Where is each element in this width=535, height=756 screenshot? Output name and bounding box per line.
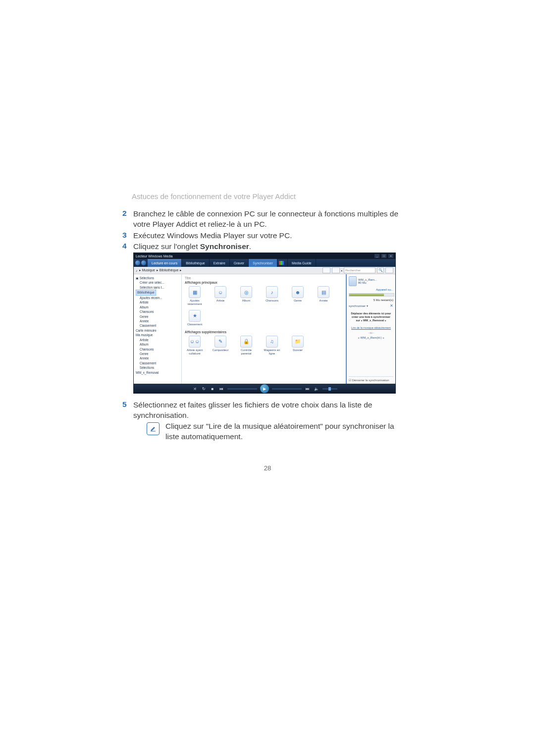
person-icon: ☺ bbox=[214, 286, 226, 298]
random-music-link[interactable]: Lire de la musique aléatoirement bbox=[349, 326, 393, 329]
tree-artist[interactable]: Artiste bbox=[136, 300, 179, 304]
tree-library[interactable]: Bibliothèque bbox=[136, 290, 179, 295]
step-number: 4 bbox=[122, 242, 133, 251]
flag-icon bbox=[279, 261, 284, 265]
stop-button[interactable]: ■ bbox=[210, 386, 215, 392]
tree-year[interactable]: Année bbox=[136, 319, 179, 323]
view-composer[interactable]: ✎Compositeur bbox=[211, 336, 230, 355]
tree-my-music[interactable]: Ma musique bbox=[136, 333, 179, 337]
mask-icon: ☻ bbox=[292, 286, 304, 298]
tree-create-playlist[interactable]: Créer une sélec... bbox=[136, 280, 179, 285]
view-parental[interactable]: 🔒Contrôle parental bbox=[236, 336, 256, 355]
tab-media-guide[interactable]: Media Guide bbox=[288, 259, 316, 267]
wmp-sync-pane: WM_x_Rem... 80 Mo Appareil su... 5 Mo re… bbox=[346, 274, 395, 384]
wmp-tree: ▣ Sélections Créer une sélec... Sélectio… bbox=[134, 274, 182, 384]
close-icon[interactable]: ✕ bbox=[390, 303, 393, 308]
view-stores[interactable]: ♫Magasins en ligne bbox=[262, 336, 282, 355]
wmp-titlebar[interactable]: Lecteur Windows Media _ □ × bbox=[134, 253, 395, 259]
view-songs[interactable]: ♪Chansons bbox=[262, 286, 282, 306]
alt-device: « WM_x_Rem(H:) » bbox=[349, 336, 393, 339]
view-artist[interactable]: ☺Artiste bbox=[211, 286, 230, 306]
step-text: Cliquez sur l'onglet Synchroniser. bbox=[133, 242, 251, 252]
nav-back-forward[interactable] bbox=[134, 259, 148, 267]
pencil-note-icon bbox=[150, 425, 157, 432]
close-button[interactable]: × bbox=[388, 254, 393, 258]
shuffle-button[interactable]: ⤨ bbox=[192, 386, 198, 392]
minimize-button[interactable]: _ bbox=[374, 254, 379, 258]
tree-recent[interactable]: Ajoutés récem... bbox=[136, 296, 179, 300]
page-number: 28 bbox=[0, 464, 535, 472]
tree-genre[interactable]: Genre bbox=[136, 314, 179, 319]
step-number: 5 bbox=[122, 400, 133, 409]
tree-wm-removal[interactable]: WM_x_Removal bbox=[136, 370, 179, 375]
search-input[interactable]: Rechercher bbox=[344, 267, 375, 273]
view-button-2[interactable] bbox=[332, 267, 340, 273]
tab-now-playing[interactable]: Lecture en cours bbox=[148, 259, 182, 267]
next-device-link[interactable]: Appareil su... bbox=[349, 288, 393, 291]
music-store-icon: ♫ bbox=[266, 336, 278, 348]
tree-memory-card[interactable]: Carte mémoire bbox=[136, 328, 179, 333]
start-sync-button[interactable]: ☑ Démarrer la synchronisation bbox=[349, 376, 393, 382]
view-recent[interactable]: ▦Ajoutés récemment bbox=[185, 286, 205, 306]
view-button-1[interactable] bbox=[322, 267, 330, 273]
or-divider: - ou - bbox=[349, 331, 393, 334]
view-year[interactable]: ▤Année bbox=[314, 286, 333, 306]
step-5: 5 Sélectionnez et faites glisser les fic… bbox=[122, 400, 410, 421]
tree-songs[interactable]: Chansons bbox=[136, 309, 179, 314]
wmp-player-controls: ⤨ ↻ ■ ⏮ ▶ ⏭ 🔈 bbox=[134, 384, 395, 394]
tab-flag[interactable] bbox=[277, 259, 288, 267]
step4-part-a: Cliquez sur l'onglet bbox=[133, 242, 200, 251]
repeat-button[interactable]: ↻ bbox=[201, 386, 207, 392]
note-icon bbox=[147, 422, 160, 435]
tree-mm-artist[interactable]: Artiste bbox=[136, 338, 179, 342]
tree-untitled-playlist[interactable]: Sélection sans t... bbox=[136, 285, 179, 290]
page-header: Astuces de fonctionnement de votre Playe… bbox=[132, 192, 296, 201]
tree-playlists[interactable]: ▣ Sélections bbox=[136, 276, 179, 280]
seek-bar[interactable] bbox=[227, 388, 257, 390]
maximize-button[interactable]: □ bbox=[381, 254, 386, 258]
wmp-main-tabs: Lecture en cours Bibliothèque Extraire G… bbox=[134, 259, 395, 267]
tree-mm-genre[interactable]: Genre bbox=[136, 352, 179, 356]
tree-mm-year[interactable]: Année bbox=[136, 356, 179, 360]
sync-header: synchroniser ▾ ✕ bbox=[349, 303, 393, 308]
step-number: 2 bbox=[122, 209, 133, 218]
crumb-music[interactable]: ▸ Musique bbox=[139, 268, 155, 272]
lock-icon: 🔒 bbox=[240, 336, 252, 348]
step-3: 3 Exécutez Windows Media Player sur votr… bbox=[122, 231, 410, 241]
wmp-body: ▣ Sélections Créer une sélec... Sélectio… bbox=[134, 274, 395, 384]
tree-rating[interactable]: Classement bbox=[136, 323, 179, 328]
view-folder[interactable]: 📁Dossier bbox=[288, 336, 308, 355]
tree-mm-songs[interactable]: Chansons bbox=[136, 347, 179, 352]
crumb-library[interactable]: ▸ Bibliothèque bbox=[157, 268, 178, 272]
next-button[interactable]: ⏭ bbox=[305, 386, 311, 392]
grid-icon: ▤ bbox=[318, 286, 329, 298]
tab-burn[interactable]: Graver bbox=[230, 259, 249, 267]
calendar-icon: ▦ bbox=[189, 286, 201, 298]
step4-part-c: . bbox=[249, 242, 251, 251]
tree-album[interactable]: Album bbox=[136, 305, 179, 309]
view-collab[interactable]: ☺☺Artiste ayant collaboré bbox=[185, 336, 205, 355]
seek-bar-2[interactable] bbox=[272, 388, 302, 390]
sync-device[interactable]: WM_x_Rem... 80 Mo bbox=[349, 276, 393, 286]
crumb-arrow[interactable]: ▸ bbox=[180, 268, 182, 272]
play-button[interactable]: ▶ bbox=[260, 384, 269, 393]
prev-button[interactable]: ⏮ bbox=[218, 386, 224, 392]
view-rating[interactable]: ★Classement bbox=[185, 310, 205, 326]
tree-mm-playlists[interactable]: Sélections bbox=[136, 365, 179, 370]
tree-mm-album[interactable]: Album bbox=[136, 342, 179, 347]
tree-mm-rating[interactable]: Classement bbox=[136, 361, 179, 365]
view-button-3[interactable] bbox=[385, 267, 393, 273]
volume-slider[interactable] bbox=[322, 388, 337, 390]
step-2: 2 Branchez le câble de connexion PC sur … bbox=[122, 209, 410, 230]
sync-dropdown[interactable]: synchroniser ▾ bbox=[349, 304, 368, 307]
mute-button[interactable]: 🔈 bbox=[314, 386, 320, 392]
tab-sync[interactable]: Synchroniser bbox=[249, 259, 277, 267]
drop-bold: Déplacer des éléments ici pour créer une… bbox=[351, 312, 391, 322]
search-icon[interactable]: 🔍 bbox=[377, 267, 384, 273]
tab-library[interactable]: Bibliothèque bbox=[182, 259, 210, 267]
view-album[interactable]: ◎Album bbox=[236, 286, 256, 306]
section-supplementary: Affichages supplémentaires bbox=[185, 330, 343, 334]
tab-extract[interactable]: Extraire bbox=[210, 259, 230, 267]
disc-icon: ◎ bbox=[240, 286, 252, 298]
view-genre[interactable]: ☻Genre bbox=[288, 286, 308, 306]
